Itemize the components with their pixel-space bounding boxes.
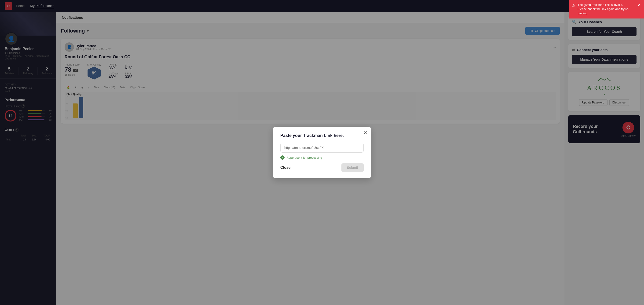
trackman-link-input[interactable]: [280, 143, 364, 152]
toast-warning-icon: ⚠: [572, 3, 575, 8]
modal-success-message: ✓ Report sent for processing: [280, 156, 364, 160]
modal-overlay: ✕ Paste your Trackman Link here. ✓ Repor…: [0, 0, 644, 305]
toast-message: The given trackman link is invalid. Plea…: [578, 3, 633, 16]
modal-close-button[interactable]: Close: [280, 166, 291, 170]
success-check-icon: ✓: [280, 156, 284, 160]
error-toast: ⚠ The given trackman link is invalid. Pl…: [569, 0, 644, 18]
toast-close-button[interactable]: ✕: [637, 3, 640, 8]
success-text: Report sent for processing: [286, 156, 322, 160]
modal-footer: Close Submit: [280, 164, 364, 172]
trackman-link-modal: ✕ Paste your Trackman Link here. ✓ Repor…: [273, 127, 371, 178]
modal-close-x-button[interactable]: ✕: [364, 130, 368, 135]
modal-submit-button[interactable]: Submit: [342, 164, 364, 172]
modal-title: Paste your Trackman Link here.: [280, 133, 364, 138]
